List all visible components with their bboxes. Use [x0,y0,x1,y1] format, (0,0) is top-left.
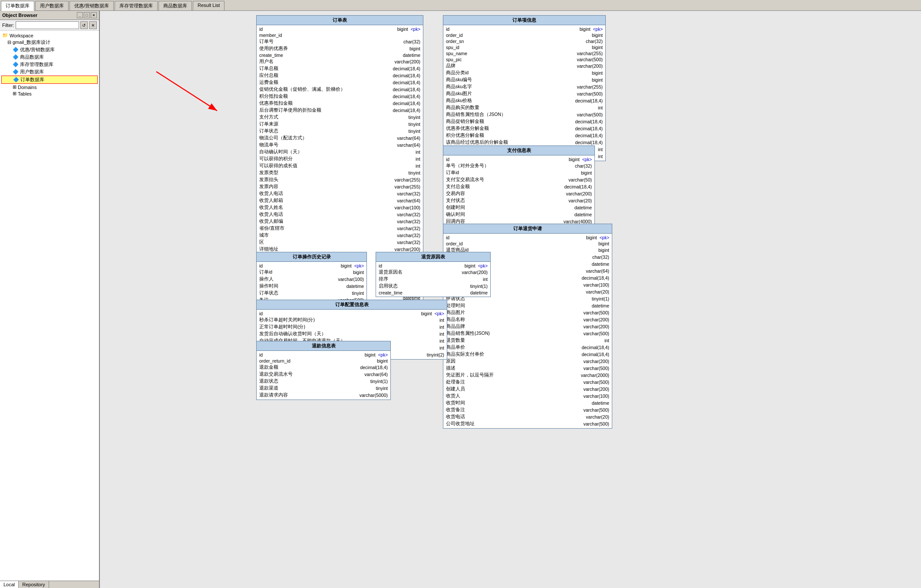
table-row: 城市varchar(32) [259,232,420,239]
close-button[interactable]: × [91,12,97,18]
column-type: varchar(32) [397,219,420,224]
refund-table-body: idbigint<pk>order_return_idbigint退款金额dec… [257,351,390,400]
column-name: 积分优惠分解金额 [446,132,484,139]
tab-bar: 订单数据库 用户数据库 优惠/营销数据库 库存管理数据库 商品数据库 Resul… [0,0,921,11]
bottom-tabs: Local Repository [0,581,99,588]
column-name: id [259,263,263,268]
column-type: decimal(18,4) [393,73,420,78]
column-type: varchar(50) [568,177,592,182]
table-row: 应付总额decimal(18,4) [259,72,420,79]
tree-inventory-db[interactable]: 🔷 库存管理数据库 [1,61,98,68]
column-type: bigint [581,170,592,175]
table-row: 商品图片varchar(500) [446,309,609,316]
payment-table: 支付信息表 idbigint<pk>单号（对外业务号）char(32)订单idb… [443,145,595,233]
table-row: idbigint<pk> [446,235,609,241]
bottom-tab-repository[interactable]: Repository [19,581,49,588]
table-row: 原因varchar(200) [446,358,609,365]
refund-table-header: 退款信息表 [257,341,390,351]
table-row: 交易内容varchar(200) [446,190,592,197]
filter-apply-button[interactable]: ↺ [80,21,88,29]
payment-table-body: idbigint<pk>单号（对外业务号）char(32)订单idbigint支… [443,155,594,233]
tree-workspace[interactable]: 📁 Workspace [1,32,98,39]
filter-input[interactable] [16,21,79,29]
table-row: 商品销售属性组合（JSON）varchar(500) [446,111,603,118]
column-type: bigint [421,311,432,316]
table-row: 秒杀订单超时关闭时间(分)int [259,317,444,324]
table-row: 区varchar(32) [259,239,420,246]
table-row: 处理备注varchar(500) [446,379,609,386]
column-type: datetime [347,284,364,289]
table-row: 自动确认时间（天）int [259,149,420,155]
inventory-db-icon: 🔷 [13,62,19,67]
column-name: 支付总金额 [446,184,470,190]
tree-promo-db[interactable]: 🔷 优惠/营销数据库 [1,46,98,53]
table-row: 商品单价decimal(18,4) [446,344,609,351]
column-name: 订单总额 [259,66,278,72]
column-type: varchar(32) [397,191,420,196]
tab-user-db[interactable]: 用户数据库 [35,1,69,10]
bottom-tab-local[interactable]: Local [0,581,19,588]
tree-gmail-db[interactable]: ⊟ gmail_数据库设计 [1,39,98,46]
column-name: 收货人电话 [259,211,283,218]
tree-user-db[interactable]: 🔷 用户数据库 [1,68,98,76]
promo-db-label: 优惠/营销数据库 [20,46,55,53]
table-row: 可以获得的成长值int [259,162,420,169]
column-name: 排序 [379,276,388,282]
tree-domains[interactable]: ⊞ Domains [1,84,98,90]
column-type: decimal(18,4) [581,345,609,350]
column-type: varchar(64) [397,198,420,203]
column-type: bigint [397,26,408,32]
column-type: varchar(200) [566,191,592,196]
column-type: varchar(500) [583,421,609,426]
column-name: 用户名 [259,59,274,65]
column-type: tinyint [352,291,364,296]
table-row: 创建人员varchar(200) [446,386,609,393]
table-row: 收货备注varchar(500) [446,406,609,413]
column-type: varchar(500) [583,366,609,371]
column-type: decimal(18,4) [393,87,420,92]
column-type: int [439,338,444,344]
column-type: varchar(32) [397,233,420,238]
svg-line-1 [156,72,217,111]
minimize-button[interactable]: _ [77,12,83,18]
filter-clear-button[interactable]: ✕ [89,21,97,29]
user-db-label: 用户数据库 [20,69,44,75]
tree-order-db[interactable]: 🔷 订单数据库 [1,76,98,84]
table-row: 省份/直辖市varchar(32) [259,225,420,232]
column-type: varchar(32) [397,212,420,217]
tree-product-db[interactable]: 🔷 商品数据库 [1,53,98,61]
column-name: create_time [379,290,403,295]
column-name: 凭证图片，以逗号隔开 [446,372,494,378]
table-row: order_idbigint [446,32,603,38]
table-row: 支付宝交易流水号varchar(50) [446,176,592,183]
column-type: decimal(18,4) [575,140,603,145]
tables-label: Tables [18,91,32,96]
column-name: 退货原因名 [379,269,403,275]
return-reason-table-body: idbigint<pk>退货原因名varchar(200)排序int启用状态ti… [376,262,490,297]
tab-order-db[interactable]: 订单数据库 [1,1,34,11]
column-name: 操作时间 [259,283,278,289]
tree-tables[interactable]: ⊞ Tables [1,90,98,97]
column-type: bigint [598,248,609,253]
column-name: 商品购买的数量 [446,105,479,111]
column-type: varchar(255) [577,84,603,89]
column-name: 退款渠道 [259,385,278,391]
table-row: 可以获得的积分int [259,155,420,162]
column-type: varchar(100) [338,277,364,282]
column-name: 收货人电话 [259,191,283,197]
table-row: idbigint<pk> [259,263,364,269]
column-type: varchar(500) [583,380,609,385]
table-row: 订单状态tinyint [259,128,420,135]
table-row: order_idbigint [446,241,609,247]
tab-promo-db[interactable]: 优惠/营销数据库 [69,1,114,10]
tab-result-list[interactable]: Result List [193,1,224,10]
maximize-button[interactable]: □ [84,12,90,18]
tab-inventory-db[interactable]: 库存管理数据库 [115,1,158,10]
column-name: 后台调整订单使用的折扣金额 [259,107,321,113]
table-row: 商品名称varchar(200) [446,316,609,323]
column-type: bigint [592,45,603,50]
content-area[interactable]: 订单表 idbigint<pk>member_id订单号char(32)使用的优… [100,11,921,588]
table-row: 收货电话varchar(20) [446,413,609,420]
column-name: spu_id [446,45,459,50]
tab-product-db[interactable]: 商品数据库 [158,1,192,10]
